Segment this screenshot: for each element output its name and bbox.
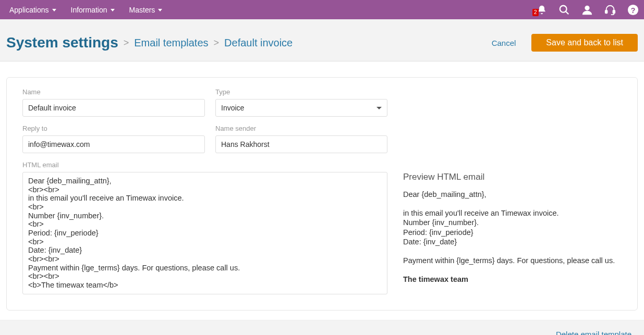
breadcrumb-level2[interactable]: Default invoice — [224, 37, 293, 49]
headset-icon[interactable] — [604, 4, 616, 16]
search-icon[interactable] — [558, 4, 570, 16]
page-header: System settings > Email templates > Defa… — [0, 19, 644, 61]
reply-to-input[interactable] — [22, 135, 205, 153]
topbar-menu-group: Applications Information Masters — [9, 6, 162, 14]
breadcrumb: System settings > Email templates > Defa… — [6, 34, 293, 51]
cancel-button[interactable]: Cancel — [492, 39, 516, 47]
notifications-icon[interactable]: 2 — [537, 5, 547, 15]
delete-template-link[interactable]: Delete email template — [556, 330, 631, 335]
svg-rect-3 — [605, 10, 607, 13]
svg-text:?: ? — [631, 6, 636, 14]
menu-information[interactable]: Information — [71, 6, 115, 14]
svg-point-2 — [585, 5, 589, 10]
svg-rect-4 — [613, 10, 615, 13]
sender-input[interactable] — [215, 135, 387, 153]
caret-down-icon — [111, 9, 115, 11]
topbar-icons: 2 ? — [537, 4, 639, 16]
html-email-editor[interactable]: Dear {deb_mailing_attn}, <br><br> in thi… — [22, 172, 387, 294]
name-label: Name — [22, 88, 205, 96]
preview-title: Preview HTML email — [403, 172, 622, 182]
form-panel: Name Type Invoice Reply to Name sender H… — [6, 77, 638, 311]
type-select-value: Invoice — [221, 104, 244, 112]
help-icon[interactable]: ? — [627, 4, 639, 16]
breadcrumb-separator: > — [214, 38, 220, 48]
notification-badge: 2 — [532, 9, 539, 16]
save-button[interactable]: Save and back to list — [531, 34, 638, 52]
menu-applications[interactable]: Applications — [9, 6, 56, 14]
caret-down-icon — [158, 9, 162, 11]
breadcrumb-separator: > — [124, 38, 129, 48]
user-icon[interactable] — [581, 4, 593, 16]
type-label: Type — [215, 88, 387, 96]
html-email-label: HTML email — [22, 161, 622, 169]
preview-body: Dear {deb_mailing_attn},in this email yo… — [403, 190, 622, 284]
page-footer: Delete email template — [0, 320, 644, 335]
menu-masters[interactable]: Masters — [129, 6, 163, 14]
svg-point-0 — [560, 5, 567, 12]
menu-label: Masters — [129, 6, 155, 14]
menu-label: Applications — [9, 6, 49, 14]
breadcrumb-root[interactable]: System settings — [6, 34, 118, 51]
topbar: Applications Information Masters 2 ? — [0, 0, 644, 19]
menu-label: Information — [71, 6, 107, 14]
svg-line-1 — [566, 11, 569, 14]
sender-label: Name sender — [215, 125, 387, 132]
breadcrumb-level1[interactable]: Email templates — [134, 37, 208, 49]
caret-down-icon — [52, 9, 56, 11]
header-actions: Cancel Save and back to list — [492, 34, 638, 52]
name-input[interactable] — [22, 99, 205, 117]
type-select[interactable]: Invoice — [215, 99, 387, 117]
caret-down-icon — [376, 107, 382, 109]
reply-to-label: Reply to — [22, 125, 205, 132]
